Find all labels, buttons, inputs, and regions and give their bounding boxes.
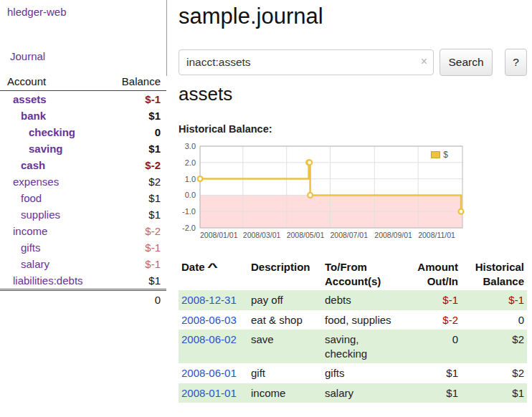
register-row: 2008-06-02savesaving, checking0$2 <box>179 330 527 363</box>
sidebar-account-food[interactable]: food <box>7 192 42 204</box>
account-balance: $-1 <box>145 241 161 254</box>
accounts-col-account: Account <box>7 76 46 87</box>
account-balance: $-2 <box>145 225 161 237</box>
sidebar-account-income[interactable]: income <box>7 225 47 237</box>
account-balance: $-1 <box>145 258 161 270</box>
transaction-date-cell: 2008-06-03 <box>179 310 248 330</box>
svg-text:2.0: 2.0 <box>185 158 196 167</box>
register-section: Date^ Description To/From Account(s) Amo… <box>179 258 527 403</box>
transaction-accounts-cell: salary <box>322 383 407 403</box>
account-balance: $1 <box>148 208 161 221</box>
register-header-row: Date^ Description To/From Account(s) Amo… <box>179 258 527 290</box>
transaction-accounts-cell: gifts <box>322 363 407 383</box>
sort-ascending-icon: ^ <box>206 260 217 274</box>
transaction-balance-cell: $1 <box>461 383 527 403</box>
account-row: food$1 <box>0 190 166 206</box>
svg-text:2008/09/01: 2008/09/01 <box>374 231 412 239</box>
register-row: 2008-12-31pay offdebts$-1$-1 <box>179 290 527 310</box>
accounts-col-balance: Balance <box>122 76 161 87</box>
transaction-date-link[interactable]: 2008-01-01 <box>181 387 237 399</box>
svg-text:2008/07/01: 2008/07/01 <box>331 231 369 239</box>
transaction-accounts-cell: debts <box>322 290 407 310</box>
search-box: × <box>179 49 434 75</box>
account-row: bank$1 <box>0 107 166 124</box>
account-row: income$-2 <box>0 223 166 239</box>
sidebar-account-expenses[interactable]: expenses <box>7 176 59 188</box>
account-row: cash$-2 <box>0 157 166 173</box>
svg-text:-2.0: -2.0 <box>182 224 196 232</box>
transaction-balance-cell: 0 <box>461 310 527 330</box>
page-title: sample.journal <box>179 0 527 29</box>
sidebar-account-gifts[interactable]: gifts <box>7 241 41 254</box>
svg-text:0.0: 0.0 <box>185 191 196 199</box>
account-balance: $1 <box>148 143 161 155</box>
transaction-date-cell: 2008-06-01 <box>179 363 248 383</box>
account-row: expenses$2 <box>0 173 166 190</box>
transaction-description-cell: save <box>248 330 322 363</box>
account-heading: assets <box>179 83 232 105</box>
sidebar-account-supplies[interactable]: supplies <box>7 208 60 221</box>
transaction-date-link[interactable]: 2008-06-02 <box>181 333 237 345</box>
transaction-amount-cell: $1 <box>407 363 461 383</box>
accounts-table: Account Balance assets$-1bank$1checking0… <box>0 73 166 308</box>
transaction-date-link[interactable]: 2008-12-31 <box>181 294 237 306</box>
transaction-balance-cell: $2 <box>461 363 527 383</box>
sidebar-divider <box>166 0 167 76</box>
accounts-total-value: 0 <box>155 294 161 306</box>
account-row: liabilities:debts$1 <box>0 272 166 289</box>
register-table: Date^ Description To/From Account(s) Amo… <box>179 258 527 403</box>
transaction-description-cell: eat & shop <box>248 310 322 330</box>
account-balance: $1 <box>148 274 161 287</box>
transaction-date-link[interactable]: 2008-06-01 <box>181 367 237 379</box>
sidebar-account-salary[interactable]: salary <box>7 258 49 270</box>
register-row: 2008-06-03eat & shopfood, supplies$-20 <box>179 310 527 330</box>
register-col-accounts: To/From Account(s) <box>322 258 407 290</box>
transaction-amount-cell: 0 <box>407 330 461 363</box>
legend-label: $ <box>443 150 448 160</box>
search-input[interactable] <box>179 49 434 75</box>
sidebar-item-journal[interactable]: Journal <box>10 50 45 62</box>
brand-link[interactable]: hledger-web <box>7 6 67 18</box>
transaction-amount-cell: $-1 <box>407 290 461 310</box>
register-col-balance: Historical Balance <box>461 258 527 290</box>
transaction-date-link[interactable]: 2008-06-03 <box>181 314 237 326</box>
transaction-description-cell: income <box>248 383 322 403</box>
transaction-description-cell: gift <box>248 363 322 383</box>
svg-text:-1.0: -1.0 <box>182 207 196 216</box>
svg-text:2008/05/01: 2008/05/01 <box>287 231 325 239</box>
sidebar-account-bank[interactable]: bank <box>7 110 46 122</box>
chart-legend: $ <box>429 149 450 160</box>
help-button[interactable]: ? <box>505 49 527 76</box>
transaction-date-cell: 2008-01-01 <box>179 383 248 403</box>
transaction-description-cell: pay off <box>248 290 322 310</box>
transaction-balance-cell: $-1 <box>461 290 527 310</box>
sidebar-account-cash[interactable]: cash <box>7 159 45 171</box>
account-balance: $-1 <box>145 93 161 105</box>
svg-text:3.0: 3.0 <box>185 142 196 150</box>
sidebar-account-checking[interactable]: checking <box>7 126 75 138</box>
sidebar-account-assets[interactable]: assets <box>7 93 47 105</box>
search-button[interactable]: Search <box>440 49 493 76</box>
legend-swatch-icon <box>431 151 440 158</box>
register-col-date[interactable]: Date^ <box>179 258 248 290</box>
accounts-table-header: Account Balance <box>0 73 166 91</box>
clear-search-icon[interactable]: × <box>421 55 427 68</box>
account-row: supplies$1 <box>0 206 166 223</box>
account-row: gifts$-1 <box>0 239 166 256</box>
register-col-amount: Amount Out/In <box>407 258 461 290</box>
account-balance: $-2 <box>145 159 161 171</box>
transaction-amount-cell: $1 <box>407 383 461 403</box>
account-row: salary$-1 <box>0 256 166 272</box>
account-balance: $1 <box>148 192 161 204</box>
transaction-amount-cell: $-2 <box>407 310 461 330</box>
account-row: assets$-1 <box>0 91 166 107</box>
account-balance: $2 <box>148 176 161 188</box>
register-row: 2008-06-01giftgifts$1$2 <box>179 363 527 383</box>
account-balance: $1 <box>148 110 161 122</box>
sidebar-account-saving[interactable]: saving <box>7 143 63 155</box>
main-content: sample.journal × Search ? assets Histori… <box>179 0 527 417</box>
sidebar-account-liabilities-debts[interactable]: liabilities:debts <box>7 274 83 287</box>
transaction-balance-cell: $2 <box>461 330 527 363</box>
accounts-total-row: 0 <box>0 289 166 308</box>
transaction-date-cell: 2008-12-31 <box>179 290 248 310</box>
